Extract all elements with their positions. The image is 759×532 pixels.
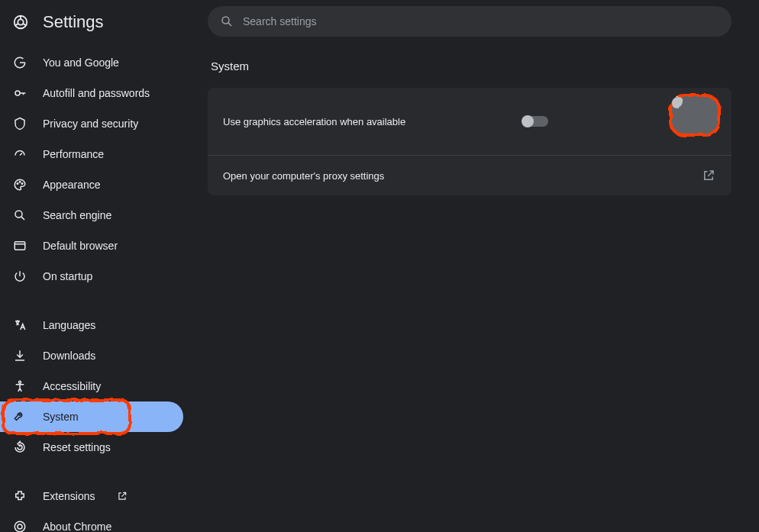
sidebar-item-label: Appearance — [43, 179, 101, 191]
sidebar-item-about[interactable]: About Chrome — [0, 511, 183, 532]
sidebar-item-privacy[interactable]: Privacy and security — [0, 108, 183, 139]
sidebar-item-downloads[interactable]: Downloads — [0, 340, 183, 371]
sidebar-item-reset[interactable]: Reset settings — [0, 432, 183, 463]
nav-group-3: Extensions About Chrome — [0, 478, 186, 532]
sidebar-item-label: Privacy and security — [43, 118, 138, 130]
svg-point-20 — [222, 17, 229, 24]
svg-rect-14 — [15, 242, 25, 250]
sidebar-item-label: Reset settings — [43, 441, 111, 453]
nav-group-1: You and Google Autofill and passwords Pr… — [0, 44, 186, 295]
svg-line-3 — [15, 24, 18, 25]
svg-point-17 — [19, 381, 21, 383]
search-icon — [220, 15, 234, 28]
chrome-icon — [12, 519, 27, 532]
google-g-icon — [12, 55, 27, 70]
row-label: Use graphics acceleration when available — [223, 116, 405, 127]
sidebar-item-label: Default browser — [43, 240, 118, 252]
sidebar-item-label: Downloads — [43, 350, 95, 362]
shield-icon — [12, 116, 27, 131]
settings-card: Use graphics acceleration when available… — [208, 88, 732, 195]
svg-point-11 — [21, 183, 23, 185]
sidebar-item-label: On startup — [43, 270, 92, 282]
sidebar-item-system[interactable]: System — [0, 401, 183, 432]
external-link-icon — [116, 490, 128, 502]
sidebar: Settings You and Google Autofill and pas… — [0, 0, 186, 532]
sidebar-item-search-engine[interactable]: Search engine — [0, 200, 183, 231]
svg-point-18 — [15, 521, 25, 532]
sidebar-item-languages[interactable]: Languages — [0, 310, 183, 340]
sidebar-item-default-browser[interactable]: Default browser — [0, 231, 183, 261]
sidebar-item-accessibility[interactable]: Accessibility — [0, 371, 183, 401]
palette-icon — [12, 177, 27, 192]
sidebar-item-extensions[interactable]: Extensions — [0, 481, 183, 511]
sidebar-item-on-startup[interactable]: On startup — [0, 261, 183, 292]
svg-line-13 — [21, 217, 24, 220]
sidebar-item-label: You and Google — [43, 56, 119, 69]
search-icon — [12, 208, 27, 223]
browser-icon — [12, 238, 27, 253]
download-icon — [12, 348, 27, 363]
search-bar[interactable] — [208, 6, 732, 37]
sidebar-item-label: Autofill and passwords — [43, 87, 150, 99]
sidebar-item-you-and-google[interactable]: You and Google — [0, 47, 183, 78]
extension-icon — [12, 488, 27, 504]
svg-point-9 — [17, 183, 18, 185]
row-label: Open your computer's proxy settings — [223, 170, 384, 182]
key-icon — [12, 85, 27, 101]
nav-group-2: Languages Downloads Accessibility System — [0, 307, 186, 466]
page-title: Settings — [43, 12, 104, 32]
search-input[interactable] — [243, 15, 719, 27]
svg-point-12 — [15, 211, 22, 218]
svg-point-10 — [19, 182, 21, 183]
reset-icon — [12, 440, 27, 455]
sidebar-item-label: Performance — [43, 148, 104, 160]
wrench-icon — [12, 409, 27, 424]
brand-header: Settings — [0, 8, 186, 44]
section-title: System — [208, 60, 732, 73]
sidebar-item-label: Languages — [43, 319, 95, 331]
sidebar-item-label: System — [43, 411, 79, 423]
sidebar-item-label: Accessibility — [43, 380, 101, 392]
power-icon — [12, 269, 27, 284]
svg-point-19 — [18, 524, 22, 529]
external-link-icon — [701, 168, 716, 183]
translate-icon — [12, 318, 27, 333]
sidebar-item-performance[interactable]: Performance — [0, 139, 183, 169]
sidebar-item-autofill[interactable]: Autofill and passwords — [0, 78, 183, 108]
sidebar-item-appearance[interactable]: Appearance — [0, 169, 183, 200]
svg-line-8 — [20, 153, 22, 156]
chrome-icon — [12, 14, 29, 31]
annotation-highlight — [669, 94, 721, 137]
svg-line-21 — [228, 23, 231, 26]
speedometer-icon — [12, 147, 27, 162]
accessibility-icon — [12, 379, 27, 394]
svg-point-5 — [15, 91, 20, 95]
row-proxy-settings[interactable]: Open your computer's proxy settings — [208, 155, 732, 195]
graphics-acceleration-toggle[interactable] — [522, 116, 548, 127]
main-content: System Use graphics acceleration when av… — [186, 0, 759, 532]
svg-line-4 — [23, 24, 26, 25]
row-graphics-acceleration: Use graphics acceleration when available — [208, 88, 732, 155]
sidebar-item-label: Extensions — [43, 490, 95, 502]
sidebar-item-label: About Chrome — [43, 521, 111, 532]
sidebar-item-label: Search engine — [43, 209, 111, 221]
